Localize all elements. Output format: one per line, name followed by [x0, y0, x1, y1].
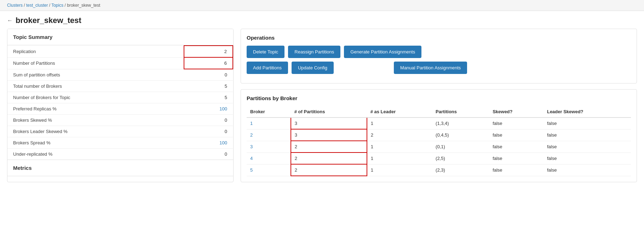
partitions-by-broker-section: Partitions by Broker Broker # of Partiti…: [241, 89, 637, 182]
operations-title: Operations: [247, 35, 631, 41]
broker-partitions-cell: (0,4,5): [432, 129, 489, 141]
summary-row-value: 0: [184, 115, 233, 126]
metrics-title: Metrics: [7, 160, 233, 176]
summary-row-value: 100: [184, 103, 233, 115]
broker-num-partitions-cell: 2: [291, 141, 367, 153]
summary-row: Brokers Skewed %0: [7, 115, 233, 126]
summary-row: Replication2: [7, 46, 233, 57]
broker-skewed-cell: false: [489, 129, 544, 141]
breadcrumb-clusters[interactable]: Clusters: [7, 3, 23, 8]
partitions-by-broker-title: Partitions by Broker: [247, 95, 631, 101]
summary-row: Number of Partitions6: [7, 57, 233, 69]
broker-num-partitions-cell: 3: [291, 117, 367, 129]
table-row: 421(2,5)falsefalse: [247, 153, 631, 164]
summary-row-value: 0: [184, 149, 233, 160]
table-row: 521(2,3)falsefalse: [247, 164, 631, 176]
broker-as-leader-cell: 1: [367, 164, 432, 176]
breadcrumb-current: broker_skew_test: [67, 3, 100, 8]
update-config-button[interactable]: Update Config: [292, 62, 334, 74]
reassign-partitions-button[interactable]: Reassign Partitions: [288, 46, 340, 58]
main-layout: Topic Summary Replication2Number of Part…: [0, 29, 644, 189]
broker-skewed-cell: false: [489, 153, 544, 164]
breadcrumb-test-cluster[interactable]: test_cluster: [26, 3, 48, 8]
broker-skewed-cell: false: [489, 164, 544, 176]
broker-as-leader-cell: 1: [367, 153, 432, 164]
summary-row: Total number of Brokers5: [7, 81, 233, 92]
broker-partitions-cell: (0,1): [432, 141, 489, 153]
broker-leader-skewed-cell: false: [544, 117, 631, 129]
broker-leader-skewed-cell: false: [544, 141, 631, 153]
delete-topic-button[interactable]: Delete Topic: [247, 46, 284, 58]
page-title: broker_skew_test: [16, 16, 81, 25]
broker-id-cell[interactable]: 5: [247, 164, 291, 176]
table-row: 321(0,1)falsefalse: [247, 141, 631, 153]
breadcrumb: Clusters / test_cluster / Topics / broke…: [0, 0, 644, 11]
summary-row-value: 5: [184, 92, 233, 103]
summary-row: Brokers Leader Skewed %0: [7, 126, 233, 137]
broker-leader-skewed-cell: false: [544, 153, 631, 164]
col-as-leader: # as Leader: [367, 106, 432, 117]
broker-id-cell[interactable]: 1: [247, 117, 291, 129]
operations-section: Operations Delete Topic Reassign Partiti…: [241, 29, 637, 84]
summary-row-value: 0: [184, 69, 233, 81]
broker-as-leader-cell: 1: [367, 117, 432, 129]
broker-num-partitions-cell: 2: [291, 164, 367, 176]
topic-summary-panel: Topic Summary Replication2Number of Part…: [7, 29, 234, 182]
summary-row-value: 0: [184, 126, 233, 137]
broker-leader-skewed-cell: false: [544, 129, 631, 141]
broker-table-header: Broker # of Partitions # as Leader Parti…: [247, 106, 631, 117]
summary-row: Number of Brokers for Topic5: [7, 92, 233, 103]
broker-partitions-cell: (2,3): [432, 164, 489, 176]
summary-row-label: Brokers Spread %: [7, 137, 184, 149]
broker-as-leader-cell: 1: [367, 141, 432, 153]
broker-id-cell[interactable]: 2: [247, 129, 291, 141]
broker-table-header-row: Broker # of Partitions # as Leader Parti…: [247, 106, 631, 117]
broker-table: Broker # of Partitions # as Leader Parti…: [247, 106, 631, 176]
summary-row-label: Brokers Leader Skewed %: [7, 126, 184, 137]
broker-id-cell[interactable]: 4: [247, 153, 291, 164]
summary-row-label: Under-replicated %: [7, 149, 184, 160]
col-broker: Broker: [247, 106, 291, 117]
topic-summary-title: Topic Summary: [7, 29, 233, 45]
back-arrow-icon[interactable]: ←: [7, 17, 13, 24]
broker-partitions-cell: (2,5): [432, 153, 489, 164]
summary-row: Under-replicated %0: [7, 149, 233, 160]
summary-row-value: 6: [184, 57, 233, 69]
summary-row-value: 5: [184, 81, 233, 92]
summary-row-label: Number of Partitions: [7, 57, 184, 69]
summary-row-value: 2: [184, 46, 233, 57]
manual-partition-assignments-button[interactable]: Manual Partition Assignments: [394, 62, 467, 74]
summary-row: Brokers Spread %100: [7, 137, 233, 149]
broker-id-cell[interactable]: 3: [247, 141, 291, 153]
table-row: 232(0,4,5)falsefalse: [247, 129, 631, 141]
summary-row-label: Number of Brokers for Topic: [7, 92, 184, 103]
summary-row: Preferred Replicas %100: [7, 103, 233, 115]
summary-row-value: 100: [184, 137, 233, 149]
right-panel: Operations Delete Topic Reassign Partiti…: [241, 29, 637, 182]
broker-leader-skewed-cell: false: [544, 164, 631, 176]
table-row: 131(1,3,4)falsefalse: [247, 117, 631, 129]
summary-row: Sum of partition offsets0: [7, 69, 233, 81]
broker-num-partitions-cell: 2: [291, 153, 367, 164]
broker-partitions-cell: (1,3,4): [432, 117, 489, 129]
col-skewed: Skewed?: [489, 106, 544, 117]
col-partitions: Partitions: [432, 106, 489, 117]
add-partitions-button[interactable]: Add Partitions: [247, 62, 288, 74]
summary-row-label: Preferred Replicas %: [7, 103, 184, 115]
summary-row-label: Brokers Skewed %: [7, 115, 184, 126]
broker-as-leader-cell: 2: [367, 129, 432, 141]
topic-summary-table: Replication2Number of Partitions6Sum of …: [7, 45, 233, 160]
broker-table-body: 131(1,3,4)falsefalse232(0,4,5)falsefalse…: [247, 117, 631, 176]
broker-skewed-cell: false: [489, 117, 544, 129]
col-leader-skewed: Leader Skewed?: [544, 106, 631, 117]
col-num-partitions: # of Partitions: [291, 106, 367, 117]
operations-row-2: Add Partitions Update Config Manual Part…: [247, 62, 631, 74]
summary-row-label: Total number of Brokers: [7, 81, 184, 92]
summary-row-label: Sum of partition offsets: [7, 69, 184, 81]
operations-row-1: Delete Topic Reassign Partitions Generat…: [247, 46, 631, 58]
broker-num-partitions-cell: 3: [291, 129, 367, 141]
breadcrumb-topics[interactable]: Topics: [51, 3, 63, 8]
broker-skewed-cell: false: [489, 141, 544, 153]
generate-partition-assignments-button[interactable]: Generate Partition Assignments: [344, 46, 421, 58]
summary-row-label: Replication: [7, 46, 184, 57]
